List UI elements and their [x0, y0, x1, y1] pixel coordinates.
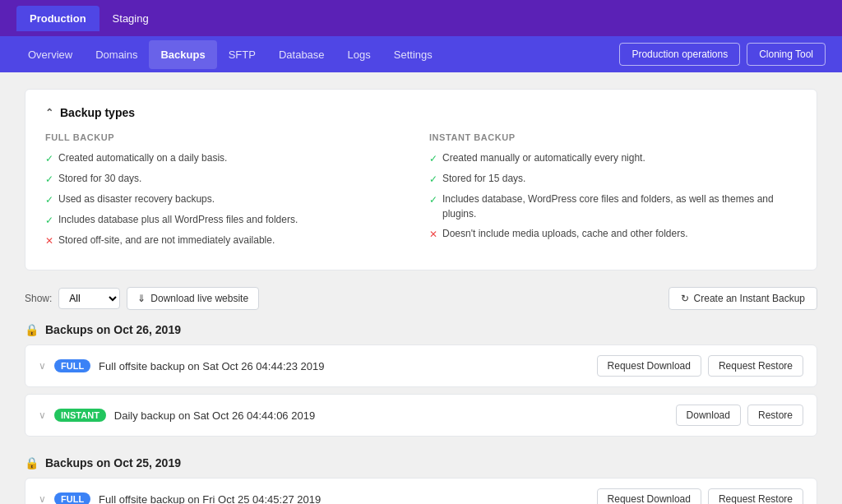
backup-label: Full offsite backup on Sat Oct 26 04:44:… — [99, 360, 324, 372]
backup-row-left: ∨ FULL Full offsite backup on Sat Oct 26… — [39, 359, 325, 372]
lock-icon: 🔒 — [25, 456, 39, 469]
nav-links: Overview Domains Backups SFTP Database L… — [16, 40, 444, 69]
backup-row-left: ∨ FULL Full offsite backup on Fri Oct 25… — [39, 492, 321, 504]
backup-groups: 🔒Backups on Oct 26, 2019 ∨ FULL Full off… — [25, 323, 817, 504]
backup-row-actions: Request DownloadRequest Restore — [597, 355, 803, 377]
toolbar-right: ↻ Create an Instant Backup — [669, 287, 817, 310]
check-icon: ✓ — [45, 172, 53, 187]
check-icon: ✓ — [429, 172, 437, 187]
backup-row-actions: Request DownloadRequest Restore — [597, 488, 803, 504]
backup-row-0-1: ∨ INSTANT Daily backup on Sat Oct 26 04:… — [25, 394, 817, 437]
nav-logs[interactable]: Logs — [336, 40, 382, 69]
backup-row-1-0: ∨ FULL Full offsite backup on Fri Oct 25… — [25, 478, 817, 504]
full-backup-heading: FULL BACKUP — [45, 132, 413, 142]
backup-types-card: ⌃ Backup types FULL BACKUP ✓Created auto… — [25, 89, 817, 270]
chevron-down-icon[interactable]: ∨ — [39, 409, 46, 421]
backup-row-actions: DownloadRestore — [676, 405, 803, 426]
backup-group-date: Backups on Oct 25, 2019 — [45, 456, 181, 469]
nav-database[interactable]: Database — [267, 40, 336, 69]
backup-group-0: 🔒Backups on Oct 26, 2019 ∨ FULL Full off… — [25, 323, 817, 437]
instant-item-3: ✓Includes database, WordPress core files… — [429, 192, 797, 221]
production-operations-button[interactable]: Production operations — [619, 43, 740, 66]
backup-row-0-0: ∨ FULL Full offsite backup on Sat Oct 26… — [25, 344, 817, 387]
request-download-button[interactable]: Request Download — [597, 355, 701, 377]
check-icon: ✓ — [45, 213, 53, 228]
collapse-icon[interactable]: ⌃ — [45, 107, 53, 118]
nav-overview[interactable]: Overview — [16, 40, 84, 69]
backup-row-left: ∨ INSTANT Daily backup on Sat Oct 26 04:… — [39, 409, 315, 422]
backup-label: Daily backup on Sat Oct 26 04:44:06 2019 — [114, 409, 315, 422]
env-bar: Production Staging — [0, 0, 842, 36]
download-live-button[interactable]: ⇓ Download live website — [127, 287, 259, 310]
full-item-4: ✓Includes database plus all WordPress fi… — [45, 212, 413, 228]
instant-item-4: ✕Doesn't include media uploads, cache an… — [429, 226, 797, 242]
check-icon: ✓ — [429, 151, 437, 166]
show-select[interactable]: All Full Instant — [58, 288, 120, 309]
check-icon: ✓ — [45, 151, 53, 166]
full-item-2: ✓Stored for 30 days. — [45, 171, 413, 187]
full-item-5: ✕Stored off-site, and are not immediatel… — [45, 233, 413, 248]
full-backup-col: FULL BACKUP ✓Created automatically on a … — [45, 132, 413, 253]
chevron-down-icon[interactable]: ∨ — [39, 493, 46, 504]
backup-group-header-0: 🔒Backups on Oct 26, 2019 — [25, 323, 817, 336]
request-restore-button[interactable]: Request Restore — [708, 488, 803, 504]
backup-types-title: ⌃ Backup types — [45, 106, 797, 119]
restore-button[interactable]: Restore — [747, 405, 803, 426]
backup-type-badge: INSTANT — [54, 409, 106, 422]
instant-item-1: ✓Created manually or automatically every… — [429, 150, 797, 166]
backup-type-badge: FULL — [54, 359, 90, 372]
main-content: ⌃ Backup types FULL BACKUP ✓Created auto… — [0, 72, 842, 504]
request-restore-button[interactable]: Request Restore — [708, 355, 803, 377]
cross-icon: ✕ — [429, 227, 437, 242]
lock-icon: 🔒 — [25, 323, 39, 336]
check-icon: ✓ — [45, 192, 53, 207]
backup-group-date: Backups on Oct 26, 2019 — [45, 323, 181, 336]
backup-group-1: 🔒Backups on Oct 25, 2019 ∨ FULL Full off… — [25, 456, 817, 504]
toolbar-left: Show: All Full Instant ⇓ Download live w… — [25, 287, 259, 310]
create-instant-backup-button[interactable]: ↻ Create an Instant Backup — [669, 287, 817, 310]
backup-type-badge: FULL — [54, 492, 90, 504]
download-icon: ⇓ — [137, 293, 146, 304]
chevron-down-icon[interactable]: ∨ — [39, 360, 46, 372]
request-download-button[interactable]: Request Download — [597, 488, 701, 504]
nav-actions: Production operations Cloning Tool — [619, 43, 826, 66]
nav-bar: Overview Domains Backups SFTP Database L… — [0, 36, 842, 72]
check-icon: ✓ — [429, 192, 437, 207]
toolbar: Show: All Full Instant ⇓ Download live w… — [25, 287, 817, 310]
nav-domains[interactable]: Domains — [84, 40, 149, 69]
backup-label: Full offsite backup on Fri Oct 25 04:45:… — [99, 493, 321, 505]
env-tab-production[interactable]: Production — [16, 6, 99, 31]
full-item-1: ✓Created automatically on a daily basis. — [45, 150, 413, 166]
refresh-icon: ↻ — [681, 293, 689, 304]
nav-backups[interactable]: Backups — [149, 40, 216, 69]
cloning-tool-button[interactable]: Cloning Tool — [747, 43, 826, 66]
nav-settings[interactable]: Settings — [382, 40, 444, 69]
instant-backup-heading: INSTANT BACKUP — [429, 132, 797, 142]
download-button[interactable]: Download — [676, 405, 741, 426]
cross-icon: ✕ — [45, 234, 53, 248]
instant-item-2: ✓Stored for 15 days. — [429, 171, 797, 187]
backup-types-grid: FULL BACKUP ✓Created automatically on a … — [45, 132, 797, 253]
backup-group-header-1: 🔒Backups on Oct 25, 2019 — [25, 456, 817, 469]
env-tab-staging[interactable]: Staging — [99, 6, 162, 31]
nav-sftp[interactable]: SFTP — [217, 40, 267, 69]
full-item-3: ✓Used as disaster recovery backups. — [45, 192, 413, 207]
show-label: Show: — [25, 293, 52, 304]
instant-backup-col: INSTANT BACKUP ✓Created manually or auto… — [429, 132, 797, 253]
